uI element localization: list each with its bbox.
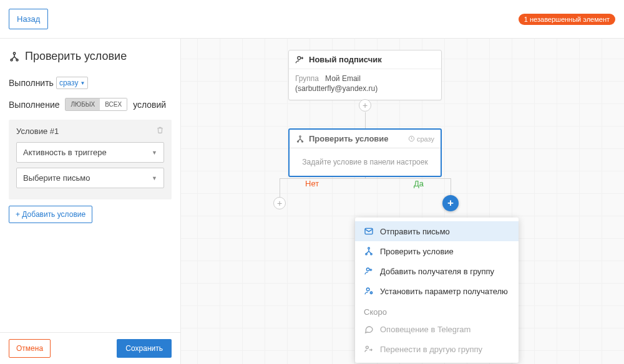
delete-condition-button[interactable] xyxy=(156,126,164,136)
workflow-canvas[interactable]: Новый подписчик Группа Мой Email (sarbut… xyxy=(181,39,624,364)
condition-timing: сразу xyxy=(408,135,434,143)
branch-yes-label: Да xyxy=(414,179,424,188)
svg-point-3 xyxy=(300,135,301,136)
menu-item-move-group: Перенести в другую группу xyxy=(355,339,519,359)
chevron-down-icon: ▼ xyxy=(152,175,157,181)
svg-point-14 xyxy=(366,346,368,348)
menu-item-check-condition[interactable]: Проверить условие xyxy=(355,241,519,261)
chevron-down-icon: ▼ xyxy=(80,80,85,86)
menu-soon-label: Скоро xyxy=(355,301,519,319)
match-any-button[interactable]: ЛЮБЫХ xyxy=(66,98,100,110)
match-prefix: Выполнение xyxy=(9,100,59,110)
sidebar-footer: Отмена Сохранить xyxy=(0,332,180,364)
mail-icon xyxy=(364,226,374,236)
menu-item-add-to-group[interactable]: Добавить получателя в группу xyxy=(355,261,519,281)
settings-sidebar: Проверить условие Выполнить сразу ▼ Выпо… xyxy=(0,39,181,364)
add-step-yes-button[interactable]: + xyxy=(442,195,459,211)
chat-icon xyxy=(364,324,374,334)
save-button[interactable]: Сохранить xyxy=(117,339,172,358)
sidebar-title-text: Проверить условие xyxy=(25,50,127,63)
svg-point-10 xyxy=(371,253,372,254)
svg-point-5 xyxy=(301,141,303,142)
menu-item-send-email[interactable]: Отправить письмо xyxy=(355,221,519,241)
condition-1-box: Условие #1 Активность в триггере ▼ Выбер… xyxy=(9,120,172,199)
svg-point-13 xyxy=(371,292,373,294)
svg-point-0 xyxy=(13,52,15,54)
condition-node[interactable]: Проверить условие сразу Задайте условие … xyxy=(288,128,442,177)
svg-point-8 xyxy=(368,247,370,249)
connector-line xyxy=(280,178,280,197)
clock-icon xyxy=(408,135,415,142)
back-button[interactable]: Назад xyxy=(9,9,48,29)
condition-node-title: Проверить условие xyxy=(309,134,389,143)
svg-point-9 xyxy=(366,253,367,254)
match-all-button[interactable]: ВСЕХ xyxy=(100,98,127,110)
trigger-body: Группа Мой Email (sarbutterfly@yandex.ru… xyxy=(289,69,441,100)
cancel-button[interactable]: Отмена xyxy=(9,339,51,358)
condition-email-select[interactable]: Выберите письмо ▼ xyxy=(16,168,164,188)
trigger-title: Новый подписчик xyxy=(309,55,382,64)
topbar: Назад 1 незавершенный элемент xyxy=(0,0,624,39)
svg-point-1 xyxy=(11,59,12,60)
user-plus-icon xyxy=(364,266,374,276)
move-icon xyxy=(364,344,374,354)
sidebar-title: Проверить условие xyxy=(9,50,172,63)
connector-line xyxy=(451,178,451,197)
add-condition-button[interactable]: + Добавить условие xyxy=(9,206,92,223)
add-step-no-button[interactable]: + xyxy=(273,197,286,209)
split-icon xyxy=(296,135,305,143)
run-timing-select[interactable]: сразу ▼ xyxy=(56,77,89,89)
svg-point-2 xyxy=(16,59,18,60)
connector-line xyxy=(365,112,366,128)
match-mode-toggle: ЛЮБЫХ ВСЕХ xyxy=(65,98,127,111)
trash-icon xyxy=(156,126,164,134)
run-label: Выполнить xyxy=(9,78,54,88)
svg-point-11 xyxy=(366,268,369,271)
menu-item-telegram: Оповещение в Telegram xyxy=(355,319,519,339)
warning-badge[interactable]: 1 незавершенный элемент xyxy=(519,14,615,25)
split-icon xyxy=(9,51,20,62)
chevron-down-icon: ▼ xyxy=(152,150,157,156)
add-step-button[interactable]: + xyxy=(359,99,371,112)
condition-type-select[interactable]: Активность в триггере ▼ xyxy=(16,142,164,163)
trigger-node[interactable]: Новый подписчик Группа Мой Email (sarbut… xyxy=(288,50,442,100)
match-suffix: условий xyxy=(133,100,166,110)
svg-point-12 xyxy=(366,288,369,291)
user-gear-icon xyxy=(364,286,374,296)
new-subscriber-icon xyxy=(295,55,305,64)
split-icon xyxy=(364,246,374,256)
condition-label: Условие #1 xyxy=(16,127,59,136)
branch-no-label: Нет xyxy=(305,179,319,188)
menu-item-set-param[interactable]: Установить параметр получателю xyxy=(355,281,519,301)
add-action-menu: Отправить письмо Проверить условие Добав… xyxy=(355,218,519,363)
svg-point-4 xyxy=(297,141,298,142)
condition-placeholder: Задайте условие в панели настроек xyxy=(290,148,441,176)
